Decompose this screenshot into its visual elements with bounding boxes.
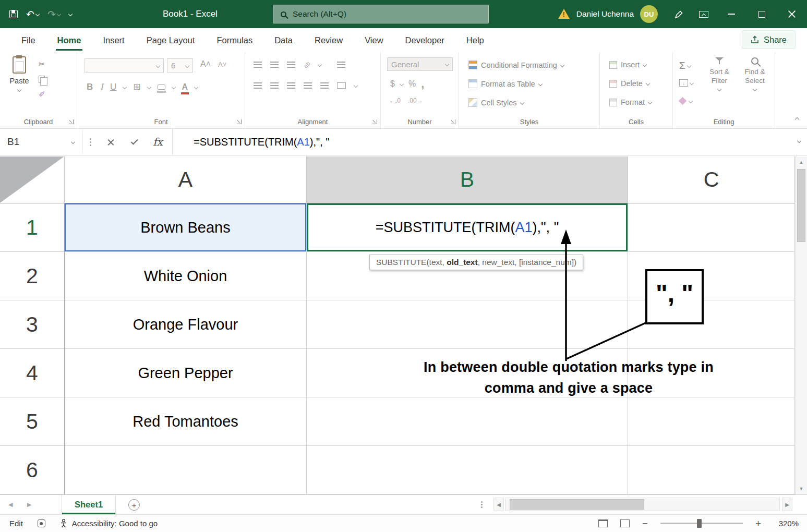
clear-icon[interactable] <box>679 97 687 105</box>
previous-sheet-icon[interactable]: ◀ <box>8 495 13 514</box>
row-header-6[interactable]: 6 <box>0 446 65 494</box>
redo-button[interactable]: ↷ <box>47 9 61 19</box>
font-color-icon[interactable]: A <box>182 83 188 91</box>
cell-b5[interactable] <box>307 397 628 446</box>
tab-insert[interactable]: Insert <box>92 28 135 52</box>
format-as-table-button[interactable]: Format as Table <box>468 79 542 88</box>
merge-center-icon[interactable] <box>337 82 346 89</box>
tab-data[interactable]: Data <box>263 28 304 52</box>
scroll-right-icon[interactable]: ▶ <box>782 498 792 511</box>
search-box[interactable]: Search (Alt+Q) <box>273 5 489 23</box>
zoom-slider[interactable] <box>660 523 743 524</box>
maximize-button[interactable] <box>746 0 777 28</box>
tab-file[interactable]: File <box>10 28 46 52</box>
name-box[interactable]: B1 <box>0 130 82 153</box>
fill-icon[interactable]: ↓ <box>679 79 688 87</box>
vertical-scrollbar[interactable]: ▲ ▼ <box>795 156 807 494</box>
cell-c1[interactable] <box>628 203 795 252</box>
fill-color-icon[interactable] <box>158 84 165 90</box>
tab-developer[interactable]: Developer <box>394 28 455 52</box>
underline-button[interactable]: U <box>110 82 116 92</box>
cell-styles-button[interactable]: Cell Styles <box>468 98 524 107</box>
select-all-corner[interactable] <box>0 156 65 203</box>
avatar[interactable]: DU <box>640 5 658 23</box>
tab-help[interactable]: Help <box>455 28 495 52</box>
cell-a1[interactable]: Brown Beans <box>65 203 307 252</box>
share-button[interactable]: Share <box>742 30 796 49</box>
tab-formulas[interactable]: Formulas <box>206 28 263 52</box>
cell-a2[interactable]: White Onion <box>65 252 307 300</box>
align-center-icon[interactable] <box>270 82 279 89</box>
row-header-3[interactable]: 3 <box>0 300 65 349</box>
increase-decimal-icon[interactable]: ←.0 <box>389 97 401 104</box>
clipboard-dialog-launcher-icon[interactable] <box>69 119 74 124</box>
undo-button[interactable]: ↶ <box>26 9 39 19</box>
font-size-combo[interactable]: 6 <box>167 58 193 72</box>
cell-b3[interactable] <box>307 300 628 349</box>
number-format-combo[interactable]: General <box>387 57 453 71</box>
formula-input[interactable]: =SUBSTITUTE(TRIM(A1),", " <box>172 129 788 155</box>
next-sheet-icon[interactable]: ▶ <box>27 495 31 514</box>
cell-b6[interactable] <box>307 446 628 494</box>
inking-button[interactable] <box>666 0 691 28</box>
percent-style-icon[interactable]: % <box>408 79 416 89</box>
italic-button[interactable]: I <box>100 82 103 92</box>
paste-button[interactable]: Paste <box>4 56 34 91</box>
decrease-decimal-icon[interactable]: .00→ <box>408 97 423 104</box>
decrease-font-icon[interactable]: A˅ <box>218 61 226 68</box>
row-header-4[interactable]: 4 <box>0 349 65 397</box>
cell-a4[interactable]: Green Pepper <box>65 349 307 397</box>
enter-button[interactable] <box>123 129 146 155</box>
horizontal-scroll-thumb[interactable] <box>510 499 644 510</box>
cell-c6[interactable] <box>628 446 795 494</box>
zoom-level[interactable]: 320% <box>774 519 799 528</box>
tab-page-layout[interactable]: Page Layout <box>136 28 206 52</box>
cancel-button[interactable] <box>99 129 123 155</box>
warning-icon[interactable] <box>558 9 570 19</box>
new-sheet-button[interactable]: + <box>128 499 140 511</box>
macro-record-icon[interactable] <box>38 519 45 527</box>
find-select-button[interactable]: Find & Select <box>739 57 771 91</box>
align-left-icon[interactable] <box>254 82 262 89</box>
comma-style-icon[interactable]: , <box>421 77 424 91</box>
scroll-down-icon[interactable]: ▼ <box>796 483 807 494</box>
zoom-slider-thumb[interactable] <box>697 519 702 528</box>
ribbon-display-options-button[interactable] <box>691 0 716 28</box>
insert-function-button[interactable]: fx <box>146 129 170 155</box>
copy-icon[interactable] <box>39 76 45 83</box>
conditional-formatting-button[interactable]: Conditional Formatting <box>468 61 564 69</box>
delete-cells-button[interactable]: Delete <box>609 79 649 88</box>
cut-icon[interactable]: ✂ <box>39 59 45 69</box>
increase-font-icon[interactable]: A˄ <box>200 59 211 69</box>
orientation-icon[interactable]: ab <box>303 60 311 69</box>
horizontal-scrollbar[interactable] <box>505 498 780 511</box>
page-layout-view-icon[interactable] <box>598 519 608 527</box>
account-info[interactable]: Daniel Uchenna DU <box>576 5 658 23</box>
cell-a5[interactable]: Red Tomantoes <box>65 397 307 446</box>
tab-view[interactable]: View <box>354 28 394 52</box>
customize-qat-button[interactable] <box>69 13 72 16</box>
scroll-up-icon[interactable]: ▲ <box>796 156 807 168</box>
expand-formula-bar-icon[interactable] <box>797 139 801 143</box>
align-top-icon[interactable] <box>254 62 262 68</box>
wrap-text-icon[interactable] <box>337 62 345 68</box>
accounting-format-icon[interactable]: $ <box>390 79 395 89</box>
font-dialog-launcher-icon[interactable] <box>237 119 242 124</box>
bold-button[interactable]: B <box>87 82 93 92</box>
column-header-b[interactable]: B <box>307 156 628 203</box>
sheet-tab-sheet1[interactable]: Sheet1 <box>62 495 116 514</box>
row-header-2[interactable]: 2 <box>0 252 65 300</box>
align-bottom-icon[interactable] <box>287 62 295 68</box>
align-middle-icon[interactable] <box>270 62 279 68</box>
sort-filter-button[interactable]: Sort & Filter <box>702 57 737 91</box>
zoom-in-icon[interactable]: + <box>755 518 761 528</box>
name-box-resize-handle[interactable] <box>90 138 91 140</box>
decrease-indent-icon[interactable] <box>304 82 312 89</box>
tab-splitter-handle[interactable] <box>481 501 483 503</box>
autosum-icon[interactable]: Σ <box>679 61 685 70</box>
alignment-dialog-launcher-icon[interactable] <box>372 119 377 124</box>
minimize-button[interactable] <box>716 0 746 28</box>
zoom-out-icon[interactable]: − <box>642 518 648 528</box>
insert-cells-button[interactable]: Insert <box>609 61 646 69</box>
accessibility-status[interactable]: Accessibility: Good to go <box>60 519 158 528</box>
